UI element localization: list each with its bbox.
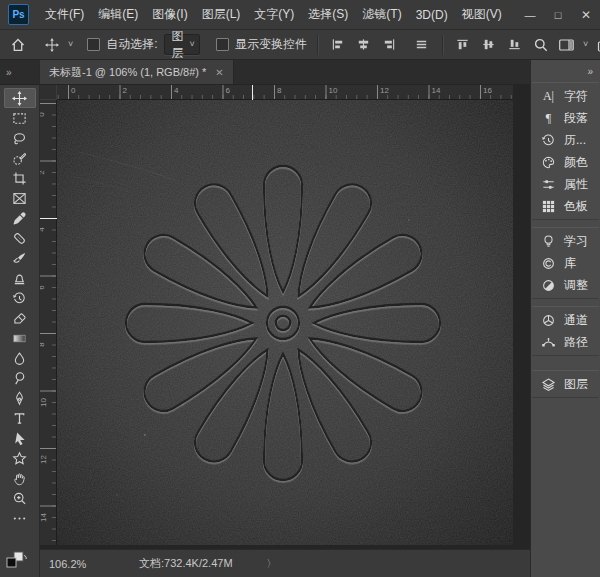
v-ruler-label: 10 xyxy=(40,398,48,407)
panel-label: 字符 xyxy=(564,88,588,105)
tab-close-icon[interactable]: ✕ xyxy=(215,67,223,78)
panel-learn[interactable]: 学习 xyxy=(532,230,599,252)
color-icon xyxy=(540,154,557,170)
zoom-tool[interactable] xyxy=(4,488,36,508)
menu-item-4[interactable]: 图层(L) xyxy=(195,6,248,23)
window-controls: — □ ✕ xyxy=(516,0,600,30)
gradient-tool[interactable] xyxy=(4,328,36,348)
history-brush-tool[interactable] xyxy=(4,288,36,308)
align-vertical-centers-icon[interactable] xyxy=(479,35,499,55)
menu-item-1[interactable]: 文件(F) xyxy=(38,6,91,23)
paths-icon xyxy=(540,334,557,350)
eyedropper-tool[interactable] xyxy=(4,208,36,228)
align-left-icon[interactable] xyxy=(328,35,348,55)
distribute-icon[interactable] xyxy=(412,35,432,55)
chevron-down-icon: ˅ xyxy=(190,40,195,49)
search-icon[interactable] xyxy=(531,35,551,55)
panel-libraries[interactable]: 库 xyxy=(532,252,599,274)
quick-selection-tool[interactable] xyxy=(4,148,36,168)
panel-channels[interactable]: 通道 xyxy=(532,309,599,331)
panel-paragraph[interactable]: ¶ 段落 xyxy=(532,107,599,129)
panel-color[interactable]: 颜色 xyxy=(532,151,599,173)
panel-layers[interactable]: 图层 xyxy=(532,373,599,395)
share-icon[interactable] xyxy=(594,35,600,55)
move-tool-dropdown-chevron[interactable]: ˅ xyxy=(68,40,73,49)
clone-stamp-tool[interactable] xyxy=(4,268,36,288)
menu-item-6[interactable]: 选择(S) xyxy=(301,6,355,23)
menu-item-9[interactable]: 视图(V) xyxy=(455,6,509,23)
close-button[interactable]: ✕ xyxy=(572,0,600,30)
menu-bar: 文件(F)编辑(E)图像(I)图层(L)文字(Y)选择(S)滤镜(T)3D(D)… xyxy=(38,6,516,23)
align-top-icon[interactable] xyxy=(453,35,473,55)
align-bottom-icon[interactable] xyxy=(505,35,525,55)
show-transform-checkbox[interactable] xyxy=(216,38,229,51)
panel-swatches[interactable]: 色板 xyxy=(532,195,599,217)
move-tool-icon[interactable] xyxy=(42,35,62,55)
custom-shape-tool[interactable] xyxy=(4,448,36,468)
panel-label: 调整 xyxy=(564,277,588,294)
status-options-chevron[interactable]: 〉 xyxy=(267,557,277,571)
channels-icon xyxy=(540,312,557,328)
document-tab[interactable]: 未标题-1 @ 106% (1, RGB/8#) * ✕ xyxy=(40,60,234,84)
menu-item-2[interactable]: 编辑(E) xyxy=(91,6,145,23)
brush-tool[interactable] xyxy=(4,248,36,268)
panel-adjustments[interactable]: 调整 xyxy=(532,274,599,296)
tool-options-bar: ˅ 自动选择: 图层 ˅ 显示变换控件 xyxy=(0,30,600,60)
separator xyxy=(317,35,318,55)
maximize-button[interactable]: □ xyxy=(544,0,572,30)
menu-item-3[interactable]: 图像(I) xyxy=(145,6,194,23)
menu-item-7[interactable]: 滤镜(T) xyxy=(355,6,408,23)
auto-select-label: 自动选择: xyxy=(106,36,157,53)
auto-select-target-value: 图层 xyxy=(172,28,184,62)
lasso-tool[interactable] xyxy=(4,128,36,148)
align-right-icon[interactable] xyxy=(380,35,400,55)
auto-select-checkbox[interactable] xyxy=(87,38,100,51)
type-tool[interactable] xyxy=(4,408,36,428)
hand-tool[interactable] xyxy=(4,468,36,488)
panel-label: 路径 xyxy=(564,334,588,351)
panel-history[interactable]: 历... xyxy=(532,129,599,151)
dock-collapse[interactable]: » xyxy=(531,60,600,82)
panel-paths[interactable]: 路径 xyxy=(532,331,599,353)
workspace-dropdown-chevron[interactable]: ˅ xyxy=(583,40,588,49)
panel-label: 库 xyxy=(564,255,576,272)
dodge-tool[interactable] xyxy=(4,368,36,388)
edit-toolbar-button[interactable] xyxy=(4,508,36,528)
align-horizontal-centers-icon[interactable] xyxy=(354,35,374,55)
document-tab-bar: 未标题-1 @ 106% (1, RGB/8#) * ✕ xyxy=(40,60,530,85)
menu-item-10[interactable]: 窗口(W) xyxy=(509,6,516,23)
spot-healing-brush-tool[interactable] xyxy=(4,228,36,248)
frame-tool[interactable] xyxy=(4,188,36,208)
zoom-level-field[interactable]: 106.2% xyxy=(49,558,101,570)
canvas[interactable] xyxy=(57,100,513,545)
home-icon[interactable] xyxy=(8,35,28,55)
foreground-background-swatches[interactable] xyxy=(5,551,29,576)
workspace: » xyxy=(0,60,600,577)
tools-list xyxy=(0,85,39,528)
workspace-switcher-icon[interactable] xyxy=(557,35,577,55)
vertical-ruler[interactable]: 02468101214 xyxy=(40,100,57,545)
auto-select-target-dropdown[interactable]: 图层 ˅ xyxy=(164,34,200,55)
v-ruler-label: 6 xyxy=(40,285,46,289)
rectangular-marquee-tool[interactable] xyxy=(4,108,36,128)
swatches-icon xyxy=(540,198,557,214)
menu-item-5[interactable]: 文字(Y) xyxy=(247,6,301,23)
panel-group-2: 学习 库 调整 xyxy=(532,227,599,299)
menu-item-8[interactable]: 3D(D) xyxy=(409,8,455,22)
crop-tool[interactable] xyxy=(4,168,36,188)
eraser-tool[interactable] xyxy=(4,308,36,328)
move-tool[interactable] xyxy=(4,88,36,108)
h-ruler-label: 4 xyxy=(174,86,178,95)
path-selection-tool[interactable] xyxy=(4,428,36,448)
minimize-button[interactable]: — xyxy=(516,0,544,30)
properties-icon xyxy=(540,176,557,192)
panel-properties[interactable]: 属性 xyxy=(532,173,599,195)
tools-panel-collapse[interactable]: » xyxy=(0,60,39,85)
horizontal-ruler[interactable]: 0246810121416 xyxy=(57,85,513,100)
panel-group-3: 通道 路径 xyxy=(532,306,599,356)
pen-tool[interactable] xyxy=(4,388,36,408)
h-ruler-label: 0 xyxy=(71,86,75,95)
panel-character[interactable]: A| 字符 xyxy=(532,85,599,107)
blur-tool[interactable] xyxy=(4,348,36,368)
ruler-corner[interactable] xyxy=(40,85,57,100)
